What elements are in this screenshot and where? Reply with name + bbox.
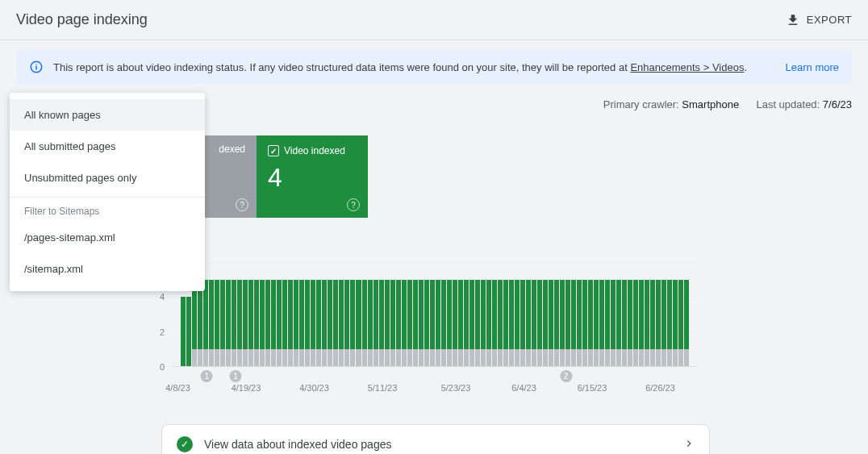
menu-item-sitemap-1[interactable]: /sitemap.xml xyxy=(10,253,205,285)
tile-value: 4 xyxy=(268,163,357,193)
marker[interactable]: 1 xyxy=(201,370,213,382)
menu-divider: Filter to Sitemaps xyxy=(10,197,205,222)
page-header: Video page indexing EXPORT xyxy=(0,0,868,40)
info-banner: This report is about video indexing stat… xyxy=(16,50,852,84)
help-icon[interactable]: ? xyxy=(236,198,248,211)
page-title: Video page indexing xyxy=(16,11,148,28)
chevron-right-icon xyxy=(683,438,695,452)
bars xyxy=(173,262,697,366)
checkbox-icon xyxy=(268,145,279,156)
export-button[interactable]: EXPORT xyxy=(786,13,852,27)
tile-no-video-indexed[interactable]: dexed ? xyxy=(205,135,257,218)
tile-video-indexed[interactable]: Video indexed 4 ? xyxy=(257,135,368,218)
plot-area xyxy=(173,262,697,367)
filter-dropdown: All known pages All submitted pages Unsu… xyxy=(10,93,205,291)
link-row-label: View data about indexed video pages xyxy=(204,438,391,451)
menu-item-all-known[interactable]: All known pages xyxy=(10,99,205,131)
tile-label: Video indexed xyxy=(268,145,357,156)
info-icon xyxy=(29,60,44,74)
indexed-pages-link[interactable]: ✓ View data about indexed video pages xyxy=(161,424,710,454)
menu-item-all-submitted[interactable]: All submitted pages xyxy=(10,131,205,162)
tile-label-partial: dexed xyxy=(219,144,245,155)
svg-point-2 xyxy=(35,64,37,65)
marker[interactable]: 2 xyxy=(560,370,572,382)
help-icon[interactable]: ? xyxy=(347,198,360,211)
download-icon xyxy=(786,13,800,27)
check-circle-icon: ✓ xyxy=(177,436,193,452)
banner-text: This report is about video indexing stat… xyxy=(53,61,776,73)
marker[interactable]: 1 xyxy=(230,370,242,382)
menu-item-unsubmitted[interactable]: Unsubmitted pages only xyxy=(10,162,205,194)
menu-item-sitemap-0[interactable]: /pages-sitemap.xml xyxy=(10,222,205,253)
enhancements-link[interactable]: Enhancements > Videos xyxy=(630,61,744,73)
learn-more-link[interactable]: Learn more xyxy=(786,61,839,73)
chart: 0 2 4 6 1 1 2 4/8/23 4/19/23 4/30/23 5/1… xyxy=(153,262,710,399)
export-label: EXPORT xyxy=(807,14,852,26)
